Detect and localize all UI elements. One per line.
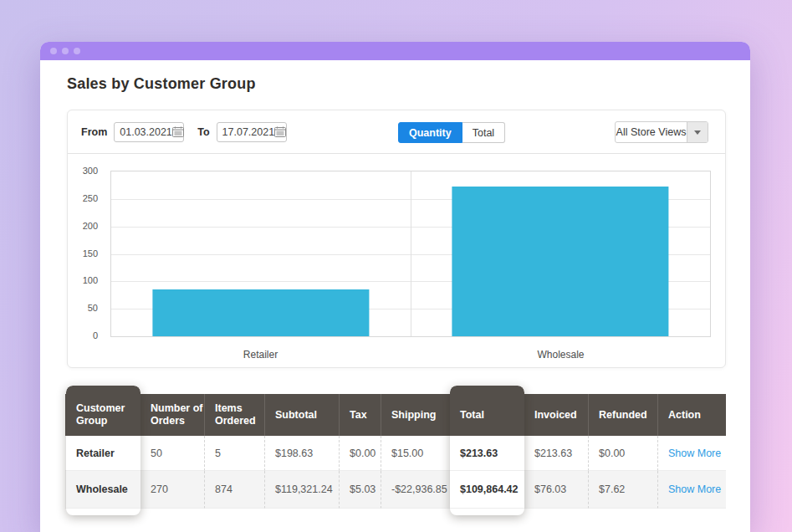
chart-plot [110, 171, 711, 337]
to-label: To [197, 126, 209, 138]
window-dot-2[interactable] [62, 48, 69, 54]
cell-invoiced-retailer: $213.63 [524, 436, 588, 471]
show-more-link-wholesale[interactable]: Show More [668, 483, 721, 495]
cell-total-retailer: $213.63 [450, 436, 524, 471]
from-date-input[interactable]: 01.03.2021 [114, 122, 184, 142]
column-header-refunded[interactable]: Refunded [588, 394, 657, 436]
chart-bars [111, 171, 710, 336]
column-header-total[interactable]: Total [450, 386, 524, 436]
cell-items-retailer: 5 [204, 436, 264, 471]
window-dot-1[interactable] [50, 48, 57, 54]
store-view-arrow-button[interactable] [687, 122, 708, 142]
cell-orders-retailer: 50 [141, 436, 204, 471]
window-dot-3[interactable] [74, 48, 80, 54]
column-header-tax[interactable]: Tax [339, 394, 381, 436]
column-header-number-of-orders[interactable]: Number of Orders [141, 394, 204, 436]
table-grid: Number of Orders Items Ordered Subtotal … [65, 394, 726, 509]
column-header-items-ordered[interactable]: Items Ordered [204, 394, 264, 436]
metric-toggle: Quantity Total [398, 122, 505, 143]
from-date-value: 01.03.2021 [120, 126, 172, 138]
show-more-link-retailer[interactable]: Show More [668, 448, 721, 459]
cell-action-wholesale: Show More [657, 471, 726, 509]
bar-wholesale[interactable] [452, 187, 669, 336]
y-axis-tick: 200 [68, 221, 98, 231]
cell-total-wholesale: $109,864.42 [450, 471, 524, 509]
column-header-action[interactable]: Action [657, 394, 726, 436]
column-header-shipping[interactable]: Shipping [381, 394, 450, 436]
to-date-value: 17.07.2021 [222, 126, 275, 138]
column-header-invoiced[interactable]: Invoiced [524, 394, 588, 436]
cell-customer-group-wholesale: Wholesale [66, 471, 141, 509]
x-axis-label-retailer: Retailer [110, 349, 411, 361]
y-axis-tick: 250 [68, 193, 98, 203]
column-header-subtotal[interactable]: Subtotal [264, 394, 339, 436]
page-title: Sales by Customer Group [67, 75, 256, 93]
highlight-column-customer-group: Customer Group Retailer Wholesale [66, 386, 141, 515]
app-window: Sales by Customer Group From 01.03.2021 … [40, 42, 750, 532]
sales-table: Customer Group Retailer Wholesale Total … [65, 394, 726, 509]
bar-chart: 050100150200250300 RetailerWholesale [68, 154, 725, 368]
store-view-value: All Store Views [616, 122, 687, 142]
cell-subtotal-wholesale: $119,321.24 [264, 471, 339, 509]
cell-shipping-wholesale: -$22,936.85 [381, 471, 450, 509]
cell-refunded-wholesale: $7.62 [588, 471, 657, 509]
filter-bar: From 01.03.2021 To 17.07.2021 [68, 110, 725, 154]
x-axis-label-wholesale: Wholesale [411, 349, 711, 361]
calendar-icon[interactable] [274, 126, 286, 137]
y-axis-labels: 050100150200250300 [68, 154, 101, 368]
cell-customer-group-retailer: Retailer [66, 436, 141, 471]
y-axis-tick: 0 [68, 330, 98, 340]
highlight-column-total: Total $213.63 $109,864.42 [450, 386, 524, 515]
cell-subtotal-retailer: $198.63 [264, 436, 339, 471]
report-panel: From 01.03.2021 To 17.07.2021 [67, 110, 726, 368]
bar-retailer[interactable] [152, 289, 369, 336]
cell-tax-wholesale: $5.03 [339, 471, 381, 509]
cell-items-wholesale: 874 [204, 471, 264, 509]
from-label: From [81, 126, 107, 138]
column-header-customer-group[interactable]: Customer Group [66, 386, 141, 436]
calendar-icon[interactable] [172, 126, 184, 137]
y-axis-tick: 50 [68, 303, 98, 313]
window-titlebar [40, 42, 750, 60]
cell-shipping-retailer: $15.00 [381, 436, 450, 471]
total-toggle-button[interactable]: Total [462, 122, 505, 143]
y-axis-tick: 300 [68, 166, 98, 176]
quantity-toggle-button[interactable]: Quantity [398, 122, 462, 143]
y-axis-tick: 100 [68, 275, 98, 285]
to-date-input[interactable]: 17.07.2021 [217, 122, 287, 142]
cell-orders-wholesale: 270 [141, 471, 204, 509]
cell-refunded-retailer: $0.00 [588, 436, 657, 471]
cell-action-retailer: Show More [657, 436, 726, 471]
x-axis-labels: RetailerWholesale [110, 349, 711, 361]
y-axis-tick: 150 [68, 248, 98, 258]
chevron-down-icon [694, 130, 701, 135]
cell-tax-retailer: $0.00 [339, 436, 381, 471]
cell-invoiced-wholesale: $76.03 [524, 471, 588, 509]
store-view-select[interactable]: All Store Views [615, 121, 708, 143]
